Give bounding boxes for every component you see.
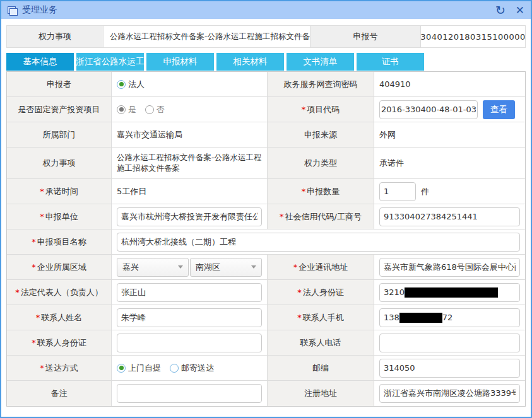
registered-address-input[interactable]: [379, 384, 520, 403]
legal-id-label: *法人身份证: [268, 280, 374, 305]
tab-declare-materials[interactable]: 申报材料: [146, 53, 214, 71]
delivery-label: *送达方式: [7, 356, 112, 381]
title-bar: 受理业务 ↺ ✕: [1, 1, 531, 19]
authority-type-value: 承诺件: [374, 148, 525, 179]
tab-zhejiang-highway-water[interactable]: 浙江省公路水运工: [76, 53, 144, 71]
header-summary-row: 权力事项 公路水运工程招标文件备案-公路水运工程施工招标文件备案 申报号 330…: [6, 25, 526, 48]
form-row-region: *企业所属区域 嘉兴 南湖区 *企业通讯地址: [7, 255, 525, 280]
legal-id-input[interactable]: 3210: [379, 283, 520, 302]
region-district-value: 南湖区: [196, 262, 220, 273]
required-asterisk: *: [302, 187, 306, 196]
declare-number-label: 申报号: [310, 26, 421, 47]
postcode-label: 邮编: [268, 356, 374, 381]
form-row-remark: 备注 注册地址: [7, 381, 525, 406]
form-row-contact-id: *联系人身份证 联系人电话: [7, 330, 525, 356]
declare-unit-label: *申报单位: [7, 204, 112, 229]
region-city-select[interactable]: 嘉兴: [117, 258, 189, 277]
credit-code-label: *社会信用代码/工商号: [268, 204, 374, 229]
required-asterisk: *: [32, 262, 36, 272]
form-row-declare-unit: *申报单位 *社会信用代码/工商号: [7, 204, 525, 229]
required-asterisk: *: [40, 363, 44, 373]
declare-source-value: 外网: [374, 122, 525, 148]
close-icon[interactable]: ✕: [516, 5, 524, 16]
contact-mobile-prefix: 138: [384, 313, 399, 322]
region-district-select[interactable]: 南湖区: [190, 258, 262, 277]
form-row-delivery: *送达方式 上门自提 邮寄送达 邮编: [7, 356, 525, 381]
required-asterisk: *: [32, 338, 36, 347]
chevron-down-icon: [178, 265, 183, 269]
promise-time-label: *承诺时间: [7, 179, 112, 204]
contact-mobile-suffix: 72: [442, 313, 453, 322]
delivery-mail-label: 邮寄送达: [181, 363, 214, 374]
remark-input[interactable]: [117, 384, 262, 403]
project-code-label: *项目代码: [268, 97, 374, 122]
region-city-value: 嘉兴: [122, 262, 139, 273]
contact-id-input[interactable]: [117, 334, 262, 352]
registered-address-label: 注册地址: [268, 381, 374, 406]
contact-mobile-input[interactable]: 138 72: [379, 308, 520, 327]
legal-person-input[interactable]: [117, 283, 262, 302]
required-asterisk: *: [40, 212, 44, 221]
form-row-fixed-asset: 是否固定资产投资项目 是 否 *项目代码: [7, 97, 525, 122]
authority-item-header-value: 公路水运工程招标文件备案-公路水运工程施工招标文件备案: [103, 26, 310, 47]
tab-related-materials[interactable]: 相关材料: [216, 53, 284, 71]
tab-certificate[interactable]: 证书: [357, 53, 424, 71]
fixed-asset-yes-label: 是: [128, 104, 136, 115]
required-asterisk: *: [293, 262, 298, 272]
postcode-input[interactable]: [379, 359, 520, 378]
remark-label: 备注: [7, 381, 112, 406]
radio-selected-icon[interactable]: [117, 80, 126, 89]
declare-source-label: 申报来源: [268, 122, 374, 148]
query-password-label: 政务服务网查询密码: [268, 72, 374, 97]
contact-name-input[interactable]: [117, 308, 262, 327]
form-row-project-name: *申报项目名称: [7, 229, 525, 255]
tab-document-list[interactable]: 文书清单: [287, 53, 354, 71]
required-asterisk: *: [32, 237, 36, 247]
required-asterisk: *: [297, 287, 302, 297]
delivery-radio-mail[interactable]: 邮寄送达: [170, 363, 214, 374]
declare-count-unit: 件: [421, 186, 429, 197]
form-row-authority-item: 权力事项 公路水运工程招标文件备案-公路水运工程施工招标文件备案 权力类型 承诺…: [7, 148, 525, 179]
required-asterisk: *: [15, 287, 20, 297]
authority-item-value: 公路水运工程招标文件备案-公路水运工程施工招标文件备案: [112, 148, 268, 179]
contact-name-label: *联系人姓名: [7, 305, 112, 330]
required-asterisk: *: [280, 212, 284, 221]
project-code-input[interactable]: [379, 100, 478, 119]
required-asterisk: *: [36, 313, 40, 322]
project-name-input[interactable]: [117, 233, 520, 252]
radio-disabled-unselected-icon[interactable]: [145, 105, 154, 114]
required-asterisk: *: [297, 313, 302, 322]
delivery-pickup-label: 上门自提: [128, 363, 161, 374]
tab-basic-info[interactable]: 基本信息: [6, 53, 74, 71]
declare-unit-input[interactable]: [117, 207, 262, 226]
department-value: 嘉兴市交通运输局: [112, 122, 268, 148]
accept-business-window: 受理业务 ↺ ✕ 权力事项 公路水运工程招标文件备案-公路水运工程施工招标文件备…: [0, 0, 532, 418]
radio-disabled-selected-icon[interactable]: [117, 105, 126, 114]
contact-phone-input[interactable]: [379, 334, 520, 352]
declarer-radio-legal-person[interactable]: 法人: [117, 79, 145, 90]
declare-number-value: 330401201803151000001: [421, 26, 525, 47]
legal-id-prefix: 3210: [384, 287, 405, 297]
declare-count-input[interactable]: [379, 182, 416, 201]
required-asterisk: *: [40, 187, 44, 196]
view-button[interactable]: 查看: [483, 100, 515, 119]
fixed-asset-no-label: 否: [157, 104, 165, 115]
company-address-label: *企业通讯地址: [268, 255, 374, 280]
radio-unselected-icon[interactable]: [170, 364, 179, 373]
declarer-radio-label: 法人: [128, 79, 145, 90]
legal-person-label: *法定代表人（负责人）: [7, 280, 112, 305]
authority-item-header-label: 权力事项: [7, 26, 103, 47]
company-address-input[interactable]: [379, 258, 520, 277]
declarer-label: 申报者: [7, 72, 112, 97]
form-row-promise-time: *承诺时间 5工作日 *申报数量 件: [7, 179, 525, 204]
form-row-contact-name: *联系人姓名 *联系人手机 138 72: [7, 305, 525, 330]
delivery-radio-pickup[interactable]: 上门自提: [117, 363, 161, 374]
radio-selected-icon[interactable]: [117, 364, 126, 373]
fixed-asset-label: 是否固定资产投资项目: [7, 97, 112, 122]
contact-phone-label: 联系人电话: [268, 330, 374, 356]
tab-bar: 基本信息 浙江省公路水运工 申报材料 相关材料 文书清单 证书: [6, 53, 526, 71]
credit-code-input[interactable]: [379, 207, 520, 226]
refresh-icon[interactable]: ↺: [495, 4, 505, 16]
fixed-asset-radio-yes[interactable]: 是: [117, 104, 136, 115]
fixed-asset-radio-no[interactable]: 否: [145, 104, 165, 115]
